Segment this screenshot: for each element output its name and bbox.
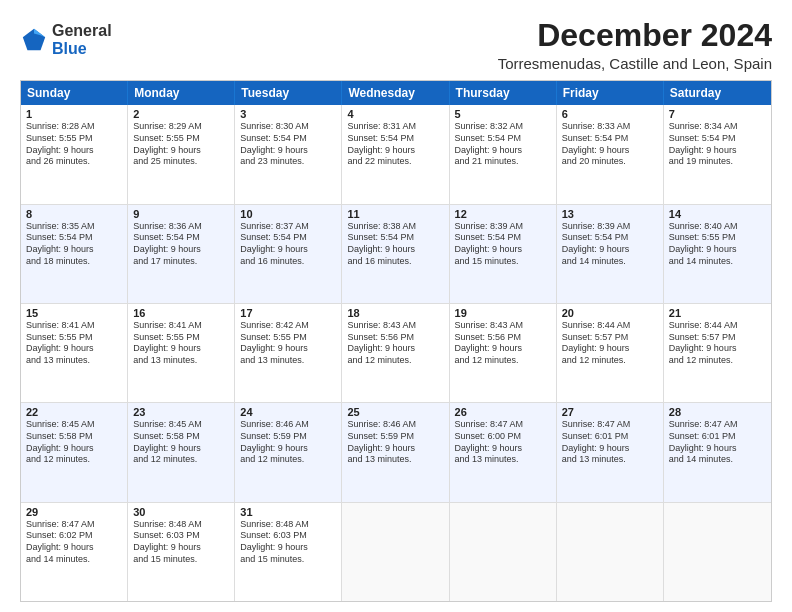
calendar-cell: 1Sunrise: 8:28 AMSunset: 5:55 PMDaylight… bbox=[21, 105, 128, 203]
day-number: 3 bbox=[240, 108, 336, 120]
calendar-cell: 12Sunrise: 8:39 AMSunset: 5:54 PMDayligh… bbox=[450, 205, 557, 303]
cell-text: Sunrise: 8:39 AMSunset: 5:54 PMDaylight:… bbox=[455, 221, 551, 268]
cell-text: Sunrise: 8:46 AMSunset: 5:59 PMDaylight:… bbox=[240, 419, 336, 466]
calendar-cell: 24Sunrise: 8:46 AMSunset: 5:59 PMDayligh… bbox=[235, 403, 342, 501]
cell-text: Sunrise: 8:36 AMSunset: 5:54 PMDaylight:… bbox=[133, 221, 229, 268]
calendar-header: SundayMondayTuesdayWednesdayThursdayFrid… bbox=[21, 81, 771, 105]
calendar-cell: 4Sunrise: 8:31 AMSunset: 5:54 PMDaylight… bbox=[342, 105, 449, 203]
calendar-header-cell: Wednesday bbox=[342, 81, 449, 105]
cell-text: Sunrise: 8:39 AMSunset: 5:54 PMDaylight:… bbox=[562, 221, 658, 268]
calendar-header-cell: Sunday bbox=[21, 81, 128, 105]
cell-text: Sunrise: 8:48 AMSunset: 6:03 PMDaylight:… bbox=[133, 519, 229, 566]
cell-text: Sunrise: 8:48 AMSunset: 6:03 PMDaylight:… bbox=[240, 519, 336, 566]
calendar-cell: 18Sunrise: 8:43 AMSunset: 5:56 PMDayligh… bbox=[342, 304, 449, 402]
calendar-cell: 21Sunrise: 8:44 AMSunset: 5:57 PMDayligh… bbox=[664, 304, 771, 402]
calendar-header-cell: Saturday bbox=[664, 81, 771, 105]
calendar-cell: 13Sunrise: 8:39 AMSunset: 5:54 PMDayligh… bbox=[557, 205, 664, 303]
calendar: SundayMondayTuesdayWednesdayThursdayFrid… bbox=[20, 80, 772, 602]
calendar-cell bbox=[664, 503, 771, 601]
calendar-cell: 29Sunrise: 8:47 AMSunset: 6:02 PMDayligh… bbox=[21, 503, 128, 601]
day-number: 11 bbox=[347, 208, 443, 220]
calendar-body: 1Sunrise: 8:28 AMSunset: 5:55 PMDaylight… bbox=[21, 105, 771, 601]
cell-text: Sunrise: 8:37 AMSunset: 5:54 PMDaylight:… bbox=[240, 221, 336, 268]
cell-text: Sunrise: 8:47 AMSunset: 6:00 PMDaylight:… bbox=[455, 419, 551, 466]
calendar-header-cell: Monday bbox=[128, 81, 235, 105]
day-number: 22 bbox=[26, 406, 122, 418]
day-number: 18 bbox=[347, 307, 443, 319]
calendar-cell: 26Sunrise: 8:47 AMSunset: 6:00 PMDayligh… bbox=[450, 403, 557, 501]
cell-text: Sunrise: 8:46 AMSunset: 5:59 PMDaylight:… bbox=[347, 419, 443, 466]
cell-text: Sunrise: 8:44 AMSunset: 5:57 PMDaylight:… bbox=[669, 320, 766, 367]
day-number: 12 bbox=[455, 208, 551, 220]
cell-text: Sunrise: 8:38 AMSunset: 5:54 PMDaylight:… bbox=[347, 221, 443, 268]
day-number: 16 bbox=[133, 307, 229, 319]
logo-blue-label: Blue bbox=[52, 40, 112, 58]
day-number: 10 bbox=[240, 208, 336, 220]
calendar-cell: 7Sunrise: 8:34 AMSunset: 5:54 PMDaylight… bbox=[664, 105, 771, 203]
cell-text: Sunrise: 8:47 AMSunset: 6:01 PMDaylight:… bbox=[562, 419, 658, 466]
calendar-cell: 6Sunrise: 8:33 AMSunset: 5:54 PMDaylight… bbox=[557, 105, 664, 203]
logo-text: General Blue bbox=[52, 22, 112, 57]
cell-text: Sunrise: 8:47 AMSunset: 6:02 PMDaylight:… bbox=[26, 519, 122, 566]
calendar-header-cell: Thursday bbox=[450, 81, 557, 105]
day-number: 15 bbox=[26, 307, 122, 319]
cell-text: Sunrise: 8:32 AMSunset: 5:54 PMDaylight:… bbox=[455, 121, 551, 168]
calendar-cell: 25Sunrise: 8:46 AMSunset: 5:59 PMDayligh… bbox=[342, 403, 449, 501]
cell-text: Sunrise: 8:42 AMSunset: 5:55 PMDaylight:… bbox=[240, 320, 336, 367]
calendar-cell bbox=[342, 503, 449, 601]
day-number: 26 bbox=[455, 406, 551, 418]
day-number: 9 bbox=[133, 208, 229, 220]
calendar-cell: 15Sunrise: 8:41 AMSunset: 5:55 PMDayligh… bbox=[21, 304, 128, 402]
cell-text: Sunrise: 8:43 AMSunset: 5:56 PMDaylight:… bbox=[347, 320, 443, 367]
calendar-cell: 5Sunrise: 8:32 AMSunset: 5:54 PMDaylight… bbox=[450, 105, 557, 203]
calendar-cell: 8Sunrise: 8:35 AMSunset: 5:54 PMDaylight… bbox=[21, 205, 128, 303]
calendar-cell bbox=[450, 503, 557, 601]
day-number: 19 bbox=[455, 307, 551, 319]
day-number: 1 bbox=[26, 108, 122, 120]
cell-text: Sunrise: 8:43 AMSunset: 5:56 PMDaylight:… bbox=[455, 320, 551, 367]
calendar-cell: 2Sunrise: 8:29 AMSunset: 5:55 PMDaylight… bbox=[128, 105, 235, 203]
header: General Blue December 2024 Torresmenudas… bbox=[20, 18, 772, 72]
day-number: 27 bbox=[562, 406, 658, 418]
cell-text: Sunrise: 8:47 AMSunset: 6:01 PMDaylight:… bbox=[669, 419, 766, 466]
day-number: 21 bbox=[669, 307, 766, 319]
logo: General Blue bbox=[20, 22, 112, 57]
day-number: 31 bbox=[240, 506, 336, 518]
subtitle: Torresmenudas, Castille and Leon, Spain bbox=[498, 55, 772, 72]
cell-text: Sunrise: 8:35 AMSunset: 5:54 PMDaylight:… bbox=[26, 221, 122, 268]
cell-text: Sunrise: 8:34 AMSunset: 5:54 PMDaylight:… bbox=[669, 121, 766, 168]
cell-text: Sunrise: 8:40 AMSunset: 5:55 PMDaylight:… bbox=[669, 221, 766, 268]
calendar-row: 15Sunrise: 8:41 AMSunset: 5:55 PMDayligh… bbox=[21, 304, 771, 403]
calendar-cell: 20Sunrise: 8:44 AMSunset: 5:57 PMDayligh… bbox=[557, 304, 664, 402]
day-number: 2 bbox=[133, 108, 229, 120]
calendar-header-cell: Friday bbox=[557, 81, 664, 105]
cell-text: Sunrise: 8:41 AMSunset: 5:55 PMDaylight:… bbox=[26, 320, 122, 367]
calendar-row: 1Sunrise: 8:28 AMSunset: 5:55 PMDaylight… bbox=[21, 105, 771, 204]
calendar-cell bbox=[557, 503, 664, 601]
calendar-cell: 11Sunrise: 8:38 AMSunset: 5:54 PMDayligh… bbox=[342, 205, 449, 303]
calendar-cell: 31Sunrise: 8:48 AMSunset: 6:03 PMDayligh… bbox=[235, 503, 342, 601]
cell-text: Sunrise: 8:28 AMSunset: 5:55 PMDaylight:… bbox=[26, 121, 122, 168]
calendar-cell: 23Sunrise: 8:45 AMSunset: 5:58 PMDayligh… bbox=[128, 403, 235, 501]
day-number: 25 bbox=[347, 406, 443, 418]
day-number: 13 bbox=[562, 208, 658, 220]
page: General Blue December 2024 Torresmenudas… bbox=[0, 0, 792, 612]
day-number: 5 bbox=[455, 108, 551, 120]
calendar-row: 22Sunrise: 8:45 AMSunset: 5:58 PMDayligh… bbox=[21, 403, 771, 502]
day-number: 4 bbox=[347, 108, 443, 120]
day-number: 7 bbox=[669, 108, 766, 120]
cell-text: Sunrise: 8:30 AMSunset: 5:54 PMDaylight:… bbox=[240, 121, 336, 168]
day-number: 14 bbox=[669, 208, 766, 220]
cell-text: Sunrise: 8:44 AMSunset: 5:57 PMDaylight:… bbox=[562, 320, 658, 367]
calendar-cell: 28Sunrise: 8:47 AMSunset: 6:01 PMDayligh… bbox=[664, 403, 771, 501]
calendar-cell: 10Sunrise: 8:37 AMSunset: 5:54 PMDayligh… bbox=[235, 205, 342, 303]
calendar-cell: 19Sunrise: 8:43 AMSunset: 5:56 PMDayligh… bbox=[450, 304, 557, 402]
title-block: December 2024 Torresmenudas, Castille an… bbox=[498, 18, 772, 72]
cell-text: Sunrise: 8:45 AMSunset: 5:58 PMDaylight:… bbox=[133, 419, 229, 466]
calendar-cell: 17Sunrise: 8:42 AMSunset: 5:55 PMDayligh… bbox=[235, 304, 342, 402]
calendar-cell: 22Sunrise: 8:45 AMSunset: 5:58 PMDayligh… bbox=[21, 403, 128, 501]
calendar-row: 8Sunrise: 8:35 AMSunset: 5:54 PMDaylight… bbox=[21, 205, 771, 304]
main-title: December 2024 bbox=[498, 18, 772, 53]
cell-text: Sunrise: 8:31 AMSunset: 5:54 PMDaylight:… bbox=[347, 121, 443, 168]
day-number: 29 bbox=[26, 506, 122, 518]
